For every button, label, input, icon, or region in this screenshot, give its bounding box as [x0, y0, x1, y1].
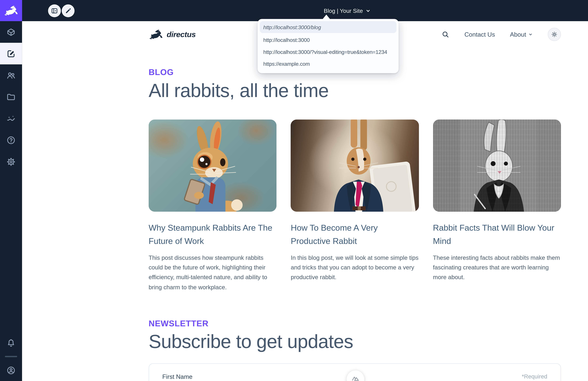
- sidebar-item-content[interactable]: [0, 21, 22, 43]
- nav-about[interactable]: About: [510, 31, 533, 38]
- newsletter-eyebrow: NEWSLETTER: [149, 319, 561, 329]
- sidebar-item-settings[interactable]: [0, 151, 22, 172]
- help-circle-icon: [6, 135, 16, 145]
- sun-icon: [551, 31, 558, 38]
- sidebar-item-user-directory[interactable]: [0, 64, 22, 86]
- module-sidebar: [0, 0, 22, 381]
- post-excerpt: This post discusses how steampunk rabbit…: [149, 253, 277, 292]
- first-name-field-label: First Name: [162, 373, 192, 380]
- post-card: How To Become A Very Productive Rabbit I…: [291, 120, 419, 292]
- post-grid: Why Steampunk Rabbits Are The Future of …: [149, 120, 561, 292]
- nav-contact-us[interactable]: Contact Us: [464, 31, 495, 38]
- directus-rabbit-icon: [3, 5, 19, 16]
- url-menu: http://localhost:3000/blog http://localh…: [257, 19, 399, 73]
- site-brand-wordmark: directus: [167, 30, 196, 39]
- post-excerpt: In this blog post, we will look at some …: [291, 253, 419, 282]
- sidebar-item-account[interactable]: [0, 359, 22, 381]
- edit-mode-button[interactable]: [62, 4, 75, 17]
- sidebar-divider: [5, 356, 17, 357]
- newsletter-section: NEWSLETTER Subscribe to get updates: [149, 319, 561, 352]
- post-image-business-rabbit[interactable]: [291, 120, 419, 212]
- site-nav: Contact Us About: [441, 28, 561, 41]
- page-selector[interactable]: Blog | Your Site: [324, 0, 370, 21]
- chevron-down-icon: [365, 8, 370, 13]
- bell-icon: [6, 338, 16, 348]
- user-circle-icon: [6, 365, 16, 375]
- post-excerpt: These interesting facts about rabbits ma…: [433, 253, 561, 282]
- url-menu-arrow: [322, 15, 330, 20]
- newsletter-title: Subscribe to get updates: [149, 331, 561, 352]
- page-selector-label: Blog | Your Site: [324, 7, 363, 14]
- directus-rabbit-icon: [149, 29, 163, 40]
- business-rabbit-illustration: [291, 120, 419, 212]
- sparkle-wave-icon: [6, 114, 16, 123]
- users-icon: [6, 70, 16, 80]
- url-menu-item[interactable]: http://localhost:3000/blog: [260, 21, 397, 33]
- url-menu-item[interactable]: http://localhost:3000: [257, 34, 399, 46]
- url-menu-item[interactable]: https://example.com: [257, 58, 399, 70]
- sidebar-item-visual-editor[interactable]: [0, 43, 22, 64]
- sidebar-item-documentation[interactable]: [0, 129, 22, 151]
- pencil-icon: [64, 7, 72, 14]
- post-image-steampunk-rabbit[interactable]: [149, 120, 277, 212]
- url-menu-item[interactable]: http://localhost:3000/?visual-editing=tr…: [257, 46, 399, 58]
- visual-editor-app: Blog | Your Site 1860 × 1020 100%: [0, 0, 588, 381]
- directus-logo-button[interactable]: [0, 0, 22, 21]
- site-preview-pane: directus Contact Us About: [22, 21, 588, 381]
- chevron-down-icon: [528, 32, 533, 37]
- required-note: *Required: [522, 373, 547, 380]
- post-card: Rabbit Facts That Will Blow Your Mind Th…: [433, 120, 561, 292]
- post-card: Why Steampunk Rabbits Are The Future of …: [149, 120, 277, 292]
- post-title[interactable]: Rabbit Facts That Will Blow Your Mind: [433, 221, 561, 248]
- vintage-rabbit-illustration: [433, 120, 561, 212]
- search-icon[interactable]: [441, 30, 449, 39]
- panel-collapse-icon: [51, 7, 58, 14]
- nav-about-label: About: [510, 31, 526, 38]
- sidebar-item-insights[interactable]: [0, 107, 22, 129]
- collapse-panel-button[interactable]: [48, 4, 61, 17]
- sidebar-item-notifications[interactable]: [0, 332, 22, 354]
- post-title[interactable]: How To Become A Very Productive Rabbit: [291, 221, 419, 248]
- sidebar-item-file-library[interactable]: [0, 86, 22, 107]
- folder-icon: [6, 92, 16, 102]
- gear-icon: [6, 157, 16, 167]
- editor-topbar: Blog | Your Site 1860 × 1020 100%: [22, 0, 588, 21]
- post-image-vintage-rabbit[interactable]: [433, 120, 561, 212]
- edit-square-icon: [6, 49, 16, 59]
- nav-contact-label: Contact Us: [464, 31, 495, 38]
- theme-toggle-button[interactable]: [548, 28, 561, 41]
- site-logo[interactable]: directus: [149, 29, 196, 40]
- post-title[interactable]: Why Steampunk Rabbits Are The Future of …: [149, 221, 277, 248]
- mountain-logo-icon: [351, 374, 360, 381]
- blog-title: All rabbits, all the time: [149, 80, 561, 101]
- box-icon: [6, 27, 16, 37]
- steampunk-rabbit-illustration: [149, 120, 277, 212]
